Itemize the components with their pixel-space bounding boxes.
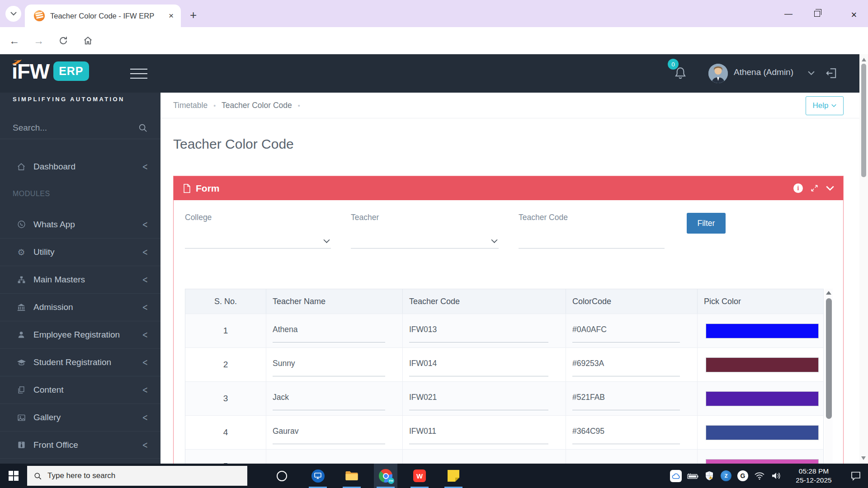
sidebar-item-employee-registration[interactable]: Employee Registration <	[0, 321, 160, 348]
pages-icon	[15, 385, 27, 394]
color-picker-swatch[interactable]	[706, 357, 819, 372]
avatar[interactable]	[708, 64, 728, 83]
user-icon	[15, 330, 27, 339]
sidebar-item-content[interactable]: Content <	[0, 376, 160, 404]
teacher-code-cell[interactable]: IFW021	[409, 393, 548, 410]
colorcode-cell[interactable]: #364C95	[572, 427, 680, 444]
scrollbar-thumb[interactable]	[826, 298, 832, 419]
taskbar-app-file-explorer[interactable]	[340, 464, 363, 488]
action-center-button[interactable]	[845, 471, 866, 481]
search-icon[interactable]	[138, 123, 148, 133]
teacher-code-cell[interactable]: IFW011	[409, 427, 548, 444]
taskbar-app-remote-desktop[interactable]	[306, 464, 330, 488]
teacher-select[interactable]	[351, 222, 499, 249]
teacher-code-cell[interactable]: IFW013	[409, 325, 548, 342]
collapse-chevron-icon[interactable]	[826, 186, 834, 191]
form-panel-title: Form	[196, 183, 220, 194]
taskbar-app-sticky-notes[interactable]	[442, 464, 465, 488]
teacher-code-cell[interactable]: IFW014	[409, 359, 548, 376]
forward-button[interactable]: →	[33, 35, 44, 47]
home-icon	[82, 35, 94, 46]
tab-search-button[interactable]	[5, 6, 21, 22]
help-button[interactable]: Help	[806, 96, 844, 115]
reload-button[interactable]	[58, 35, 69, 46]
teacher-name-cell[interactable]: Gaurav	[273, 427, 385, 444]
table-scrollbar[interactable]	[825, 289, 833, 467]
sidebar-item-front-office[interactable]: Front Office <	[0, 431, 160, 459]
ifw-erp-logo[interactable]: iFW ERP	[12, 61, 89, 82]
wifi-icon[interactable]	[754, 472, 765, 480]
breadcrumb-teacher-color-code[interactable]: Teacher Color Code	[222, 101, 292, 110]
sidebar-search	[0, 117, 160, 139]
scroll-up-arrow-icon[interactable]	[826, 291, 831, 295]
expand-icon[interactable]	[810, 184, 819, 192]
home-button[interactable]	[82, 35, 94, 46]
breadcrumb-timetable[interactable]: Timetable	[173, 101, 208, 110]
window-minimize-button[interactable]: —	[782, 9, 795, 19]
teacher-name-cell[interactable]: Athena	[273, 325, 385, 342]
colorcode-cell[interactable]: #521FAB	[572, 393, 680, 410]
battery-icon[interactable]	[687, 473, 698, 479]
start-button[interactable]	[0, 464, 27, 488]
zalo-app-icon[interactable]: Z	[720, 470, 732, 481]
color-picker-swatch[interactable]	[706, 425, 819, 440]
colorcode-cell[interactable]: #0A0AFC	[572, 325, 680, 342]
back-button[interactable]: ←	[9, 35, 19, 47]
sidebar-item-admission[interactable]: Admission <	[0, 293, 160, 321]
teacher-name-cell[interactable]: Sunny	[273, 359, 385, 376]
sidebar-item-whatsapp[interactable]: Whats App <	[0, 211, 160, 238]
window-restore-button[interactable]	[814, 11, 820, 17]
scroll-down-arrow-icon[interactable]	[861, 456, 866, 460]
sno-cell: 2	[185, 347, 266, 381]
teacher-name-cell[interactable]: Jack	[273, 393, 385, 410]
sidebar-item-main-masters[interactable]: Main Masters <	[0, 266, 160, 293]
tab-title: Teacher Color Code - IFW ERP	[50, 12, 165, 20]
colorcode-cell[interactable]: #69253A	[572, 359, 680, 376]
tab-close-icon[interactable]: ×	[169, 11, 174, 21]
filter-button[interactable]: Filter	[687, 213, 726, 234]
table-row: 2 Sunny IFW014 #69253A	[185, 347, 823, 381]
taskbar-app-chrome[interactable]: IFW	[374, 464, 397, 488]
column-header-colorcode: ColorCode	[566, 289, 698, 314]
logout-button[interactable]	[825, 66, 838, 80]
grammarly-tray-icon[interactable]: G	[737, 470, 749, 481]
chrome-ifw-badge: IFW	[388, 478, 394, 484]
chevron-left-icon: <	[142, 357, 148, 368]
info-icon[interactable]: i	[793, 183, 803, 193]
sidebar-item-utility[interactable]: ⚙ Utility <	[0, 238, 160, 266]
folder-icon	[345, 470, 359, 481]
security-shield-icon[interactable]	[703, 471, 715, 481]
chevron-left-icon: <	[142, 412, 148, 423]
teacher-code-input[interactable]	[519, 222, 665, 248]
color-picker-swatch[interactable]	[706, 391, 819, 406]
new-tab-button[interactable]: +	[190, 8, 197, 22]
taskbar-app-wps[interactable]: W	[408, 464, 431, 488]
teacher-code-label: Teacher Code	[519, 213, 665, 222]
color-picker-swatch[interactable]	[706, 324, 819, 338]
college-select[interactable]	[185, 222, 331, 249]
form-panel: Form i College Teacher	[173, 176, 844, 488]
sidebar-search-input[interactable]	[13, 123, 121, 133]
sidebar-header: iFW ERP	[0, 54, 160, 93]
chevron-left-icon: <	[142, 246, 148, 258]
volume-icon[interactable]	[770, 472, 782, 480]
browser-tabstrip: Teacher Color Code - IFW ERP × + — ×	[0, 0, 868, 27]
taskbar-search[interactable]: Type here to search	[27, 466, 247, 486]
teacher-code-input-wrap	[519, 222, 665, 249]
browser-tab[interactable]: Teacher Color Code - IFW ERP ×	[25, 5, 181, 27]
sidebar-item-student-registration[interactable]: Student Registration <	[0, 348, 160, 376]
onedrive-cloud-icon[interactable]	[670, 470, 682, 482]
notification-count-badge: 0	[668, 59, 679, 70]
teacher-color-table: S. No. Teacher Name Teacher Code ColorCo…	[185, 289, 824, 483]
scrollbar-thumb[interactable]	[861, 64, 866, 177]
scroll-up-arrow-icon[interactable]	[862, 58, 866, 61]
taskbar-clock[interactable]: 05:28 PM 25-12-2025	[787, 467, 840, 485]
sidebar-item-dashboard[interactable]: Dashboard <	[0, 153, 160, 180]
sidebar-item-gallery[interactable]: Gallery <	[0, 404, 160, 431]
cortana-button[interactable]	[270, 471, 293, 481]
window-close-button[interactable]: ×	[847, 9, 861, 21]
chevron-down-icon[interactable]	[808, 71, 815, 75]
browser-scrollbar[interactable]	[859, 54, 868, 464]
user-menu-label[interactable]: Athena (Admin)	[734, 67, 793, 77]
hamburger-menu-icon[interactable]	[130, 69, 147, 79]
